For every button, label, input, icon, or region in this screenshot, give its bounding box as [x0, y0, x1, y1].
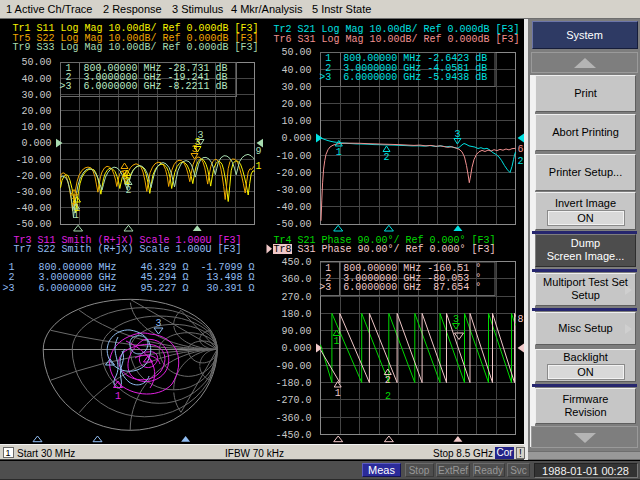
- svg-text:450.0: 450.0: [281, 257, 311, 268]
- svg-text:1: 1: [335, 388, 341, 399]
- svg-text:-10.00: -10.00: [15, 155, 51, 166]
- svg-text:Tr8: Tr8: [274, 244, 292, 255]
- svg-text:-360.0: -360.0: [275, 413, 311, 424]
- svg-text:180.0: 180.0: [281, 309, 311, 320]
- svg-text:1: 1: [336, 147, 342, 158]
- svg-text:9: 9: [256, 146, 262, 157]
- svg-text:40.00: 40.00: [281, 65, 311, 76]
- svg-text:10.00: 10.00: [21, 122, 51, 133]
- svg-text:-30.00: -30.00: [275, 185, 311, 196]
- svg-text:-50.00: -50.00: [275, 219, 311, 230]
- svg-text:>3 6.0000000 GHz 87.654 °: >3 6.0000000 GHz 87.654 °: [319, 282, 481, 293]
- svg-text:50.00: 50.00: [21, 57, 51, 68]
- svg-text:360.0: 360.0: [281, 274, 311, 285]
- svg-text:Tr9 S33 Log Mag 10.00dB/ Ref 0: Tr9 S33 Log Mag 10.00dB/ Ref 0.000dB [F3…: [13, 42, 259, 53]
- svg-text:1: 1: [73, 210, 79, 221]
- svg-text:-40.00: -40.00: [15, 203, 51, 214]
- svg-text:0.000: 0.000: [21, 138, 51, 149]
- svg-text:90.00: 90.00: [281, 326, 311, 337]
- svg-text:1 800.00000 MHz 46.329 Ω: 1 800.00000 MHz 46.329 Ω -1.7099 Ω 11: [3, 262, 279, 273]
- svg-text:-180.0: -180.0: [275, 378, 311, 389]
- svg-text:1: 1: [256, 161, 262, 172]
- svg-text:-270.0: -270.0: [275, 395, 311, 406]
- svg-text:>3 6.0000000 GHz 95.227: >3 6.0000000 GHz 95.227 Ω 30.391 Ω 80: [3, 283, 279, 294]
- svg-text:2: 2: [383, 152, 389, 163]
- svg-text:20.00: 20.00: [281, 99, 311, 110]
- svg-text:Tr6 S31 Log Mag 10.00dB/ Ref 0: Tr6 S31 Log Mag 10.00dB/ Ref 0.000dB [F3…: [274, 34, 520, 45]
- svg-text:-20.00: -20.00: [275, 168, 311, 179]
- svg-text:10.00: 10.00: [281, 116, 311, 127]
- svg-text:30.00: 30.00: [281, 82, 311, 93]
- svg-text:40.00: 40.00: [21, 74, 51, 85]
- svg-text:2 3.0000000 GHz 45.294 Ω: 2 3.0000000 GHz 45.294 Ω 13.498 Ω 71: [3, 272, 279, 283]
- svg-text:1: 1: [115, 391, 121, 402]
- svg-text:Tr7 S22 Smith (R+jX) Scale 1.0: Tr7 S22 Smith (R+jX) Scale 1.000U [F3]: [14, 244, 242, 255]
- svg-text:-30.00: -30.00: [15, 187, 51, 198]
- svg-text:-450.0: -450.0: [275, 430, 311, 441]
- svg-text:-10.00: -10.00: [275, 151, 311, 162]
- svg-text:50.00: 50.00: [281, 47, 311, 58]
- svg-text:6: 6: [518, 144, 524, 155]
- svg-text:3: 3: [155, 318, 161, 329]
- svg-text:2: 2: [518, 156, 524, 167]
- svg-text:2: 2: [125, 185, 131, 196]
- svg-text:2: 2: [385, 375, 391, 386]
- svg-text:2: 2: [385, 391, 391, 402]
- svg-text:1: 1: [334, 336, 340, 347]
- svg-text:>3 6.0000000 GHz -5.9438 dB: >3 6.0000000 GHz -5.9438 dB: [319, 72, 487, 83]
- svg-text:-50.00: -50.00: [15, 219, 51, 230]
- svg-text:270.0: 270.0: [281, 292, 311, 303]
- svg-text:-90.00: -90.00: [275, 361, 311, 372]
- svg-text:30.00: 30.00: [21, 90, 51, 101]
- svg-text:-20.00: -20.00: [15, 171, 51, 182]
- svg-text:0.000: 0.000: [281, 133, 311, 144]
- svg-text:S31 Phase 90.00°/ Ref 0.000° [: S31 Phase 90.00°/ Ref 0.000° [F3]: [298, 244, 496, 255]
- svg-text:8: 8: [518, 314, 524, 325]
- svg-text:>3 6.0000000 GHz -8.2211 dB: >3 6.0000000 GHz -8.2211 dB: [60, 81, 228, 92]
- svg-text:0.000: 0.000: [281, 343, 311, 354]
- svg-text:-40.00: -40.00: [275, 202, 311, 213]
- svg-text:20.00: 20.00: [21, 106, 51, 117]
